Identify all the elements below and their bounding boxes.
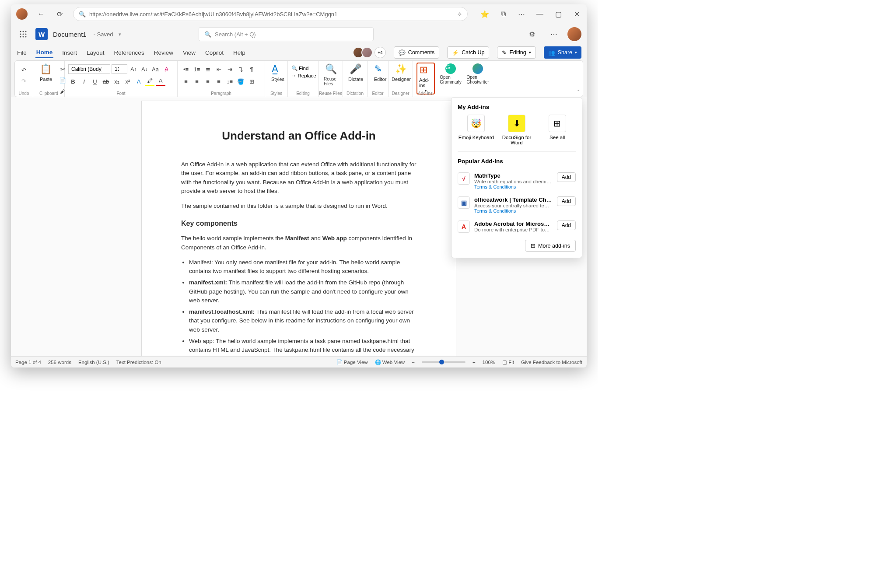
chevron-down-icon[interactable]: ▾	[119, 32, 121, 37]
more-icon[interactable]: ⋯	[546, 26, 562, 42]
tab-view[interactable]: View	[182, 48, 196, 58]
more-addins-button[interactable]: ⊞More add-ins	[525, 240, 576, 252]
tab-file[interactable]: File	[16, 48, 28, 58]
minimize-button[interactable]: —	[532, 6, 548, 22]
find-button[interactable]: 🔍Find	[291, 65, 315, 71]
highlight-button[interactable]: 🖍	[145, 77, 154, 86]
presence-avatars[interactable]: +4	[355, 47, 386, 58]
tab-insert[interactable]: Insert	[61, 48, 78, 58]
favorites-icon[interactable]: ⭐	[476, 6, 493, 22]
shading-button[interactable]: 🪣	[236, 77, 245, 86]
tab-review[interactable]: Review	[153, 48, 174, 58]
search-input[interactable]: 🔍 Search (Alt + Q)	[199, 27, 374, 41]
strikethrough-button[interactable]: ab	[101, 77, 111, 86]
addin-tile-seeall[interactable]: ⊞ See all	[539, 115, 576, 145]
document-title[interactable]: Document1	[53, 31, 87, 38]
reuse-files-button[interactable]: 🔍 Reuse Files	[322, 63, 340, 87]
decrease-font-button[interactable]: A↓	[140, 64, 149, 74]
comments-button[interactable]: 💬Comments	[394, 46, 439, 59]
show-marks-button[interactable]: ¶	[247, 64, 256, 74]
justify-button[interactable]: ≡	[214, 77, 224, 86]
fit-button[interactable]: ▢ Fit	[502, 359, 514, 365]
grammarly-button[interactable]: G Open Grammarly	[441, 63, 460, 85]
ghostwriter-button[interactable]: Open Ghostwriter	[467, 63, 488, 85]
zoom-slider[interactable]	[422, 361, 466, 363]
browser-menu-icon[interactable]: ⋯	[513, 6, 530, 22]
document-page[interactable]: Understand an Office Add-in An Office Ad…	[141, 101, 456, 356]
add-addin-button[interactable]: Add	[557, 196, 576, 206]
font-size-select[interactable]	[112, 64, 127, 74]
tab-copilot[interactable]: Copilot	[204, 48, 224, 58]
close-button[interactable]: ✕	[568, 6, 585, 22]
page-count[interactable]: Page 1 of 4	[15, 360, 41, 365]
increase-font-button[interactable]: A↑	[129, 64, 138, 74]
tab-help[interactable]: Help	[232, 48, 246, 58]
clear-format-button[interactable]: A̷	[161, 64, 171, 74]
zoom-in-button[interactable]: +	[472, 360, 476, 365]
numbering-button[interactable]: 1≡	[192, 64, 202, 74]
bullets-button[interactable]: •≡	[181, 64, 191, 74]
addins-button[interactable]: ⊞ Add-ins ▾	[416, 63, 435, 94]
addins-icon: ⊞	[420, 64, 432, 77]
catchup-button[interactable]: ⚡Catch Up	[447, 46, 489, 59]
settings-icon[interactable]: ⚙	[524, 26, 540, 42]
addin-tile-docusign[interactable]: ⬇ DocuSign for Word	[498, 115, 536, 145]
change-case-button[interactable]: Aa	[150, 64, 160, 74]
addin-tile-emoji[interactable]: 🤯 Emoji Keyboard	[458, 115, 495, 145]
superscript-button[interactable]: x²	[123, 77, 133, 86]
italic-button[interactable]: I	[79, 77, 89, 86]
addin-terms-link[interactable]: Terms & Conditions	[474, 208, 553, 214]
add-addin-button[interactable]: Add	[557, 220, 576, 230]
feedback-link[interactable]: Give Feedback to Microsoft	[521, 360, 582, 365]
share-button[interactable]: 👥Share▾	[544, 46, 581, 59]
browser-profile-avatar[interactable]	[16, 8, 28, 20]
save-status[interactable]: - Saved	[94, 31, 113, 38]
text-effects-button[interactable]: A	[134, 77, 144, 86]
paste-button[interactable]: 📋 Paste	[37, 63, 55, 83]
refresh-button[interactable]: ⟳	[51, 6, 68, 22]
collapse-ribbon-icon[interactable]: ⌃	[577, 89, 580, 94]
subscript-button[interactable]: x₂	[112, 77, 122, 86]
address-bar[interactable]: 🔍 https://onedrive.live.com/:w:/t/EaCKkP…	[73, 7, 468, 21]
reading-mode-icon[interactable]: ✧	[457, 11, 462, 18]
tab-layout[interactable]: Layout	[86, 48, 105, 58]
align-right-button[interactable]: ≡	[203, 77, 213, 86]
editing-mode-button[interactable]: ✎Editing▾	[497, 46, 536, 59]
align-center-button[interactable]: ≡	[192, 77, 202, 86]
decrease-indent-button[interactable]: ⇤	[214, 64, 224, 74]
replace-button[interactable]: ↔Replace	[291, 73, 315, 78]
styles-button[interactable]: A̲ Styles	[269, 63, 287, 83]
app-launcher-icon[interactable]	[16, 27, 30, 41]
sort-button[interactable]: ⇅	[236, 64, 245, 74]
web-view-button[interactable]: 🌐 Web View	[375, 359, 405, 365]
font-color-button[interactable]: A	[156, 77, 165, 86]
predictions-status[interactable]: Text Predictions: On	[116, 360, 161, 365]
redo-button[interactable]: ↷	[19, 76, 29, 86]
account-avatar[interactable]	[567, 27, 581, 41]
multilevel-button[interactable]: ≣	[203, 64, 213, 74]
back-button[interactable]: ←	[33, 6, 49, 22]
collections-icon[interactable]: ⧉	[495, 6, 511, 22]
bold-button[interactable]: B	[68, 77, 78, 86]
align-left-button[interactable]: ≡	[181, 77, 191, 86]
presence-more[interactable]: +4	[374, 47, 386, 58]
zoom-level[interactable]: 100%	[483, 360, 495, 365]
language-status[interactable]: English (U.S.)	[78, 360, 109, 365]
tab-home[interactable]: Home	[35, 47, 54, 58]
zoom-out-button[interactable]: −	[412, 360, 415, 365]
addin-terms-link[interactable]: Terms & Conditions	[474, 184, 553, 189]
designer-button[interactable]: ✨ Designer	[392, 63, 410, 83]
word-count[interactable]: 256 words	[48, 360, 71, 365]
underline-button[interactable]: U	[90, 77, 100, 86]
dictate-button[interactable]: 🎤 Dictate	[346, 63, 365, 83]
add-addin-button[interactable]: Add	[557, 172, 576, 182]
increase-indent-button[interactable]: ⇥	[225, 64, 234, 74]
tab-references[interactable]: References	[113, 48, 145, 58]
page-view-button[interactable]: 📄 Page View	[336, 359, 368, 365]
undo-button[interactable]: ↶	[19, 65, 29, 75]
line-spacing-button[interactable]: ↕≡	[225, 77, 234, 86]
font-name-select[interactable]	[68, 64, 110, 74]
borders-button[interactable]: ⊞	[247, 77, 256, 86]
editor-button[interactable]: ✎ Editor	[371, 63, 389, 83]
maximize-button[interactable]: ▢	[550, 6, 567, 22]
